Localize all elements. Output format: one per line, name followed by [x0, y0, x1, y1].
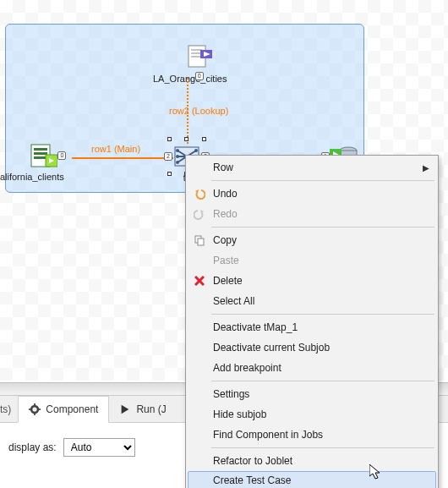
menu-copy[interactable]: Copy — [188, 230, 436, 250]
input-file-icon — [29, 141, 57, 170]
tab-label: Run (J — [136, 403, 166, 415]
node-label: California_clients — [0, 172, 64, 182]
context-menu: Row▶ Undo Redo Copy Paste Delete Select … — [185, 155, 439, 488]
display-as-label: display as: — [8, 441, 57, 453]
menu-select-all[interactable]: Select All — [188, 291, 436, 311]
node-la-orange-cities[interactable]: 0 LA_Orange_cities — [172, 43, 227, 84]
tab-run[interactable]: Run (J — [109, 396, 176, 423]
menu-deactivate-subjob[interactable]: Deactivate current Subjob — [188, 337, 436, 358]
menu-hide-subjob[interactable]: Hide subjob — [188, 404, 436, 425]
menu-deactivate-tmap[interactable]: Deactivate tMap_1 — [188, 317, 436, 337]
input-file-icon — [185, 43, 214, 72]
svg-point-28 — [33, 407, 37, 411]
svg-point-16 — [176, 149, 179, 152]
svg-rect-30 — [34, 413, 36, 415]
svg-point-18 — [176, 161, 179, 164]
menu-undo[interactable]: Undo — [188, 184, 436, 204]
edge-row2-label: row2 (Lookup) — [169, 106, 228, 116]
menu-row[interactable]: Row▶ — [188, 157, 436, 178]
menu-separator — [211, 447, 434, 448]
redo-icon — [193, 207, 206, 221]
menu-separator — [211, 227, 434, 228]
menu-settings[interactable]: Settings — [188, 384, 436, 404]
run-tab-icon — [119, 403, 131, 415]
node-label: LA_Orange_cities — [153, 74, 227, 84]
svg-rect-37 — [198, 239, 204, 245]
delete-icon — [193, 274, 206, 288]
submenu-arrow-icon: ▶ — [423, 163, 429, 173]
menu-delete[interactable]: Delete — [188, 271, 436, 291]
svg-rect-29 — [34, 403, 36, 406]
component-tab-icon — [29, 403, 41, 415]
menu-separator — [211, 381, 434, 381]
tab-truncated-left[interactable]: ts) — [0, 396, 18, 423]
menu-paste: Paste — [188, 250, 436, 271]
copy-icon — [193, 233, 206, 247]
svg-marker-33 — [122, 404, 129, 414]
display-as-select[interactable]: Auto — [63, 438, 135, 457]
menu-separator — [211, 314, 434, 315]
menu-find-component[interactable]: Find Component in Jobs — [188, 425, 436, 445]
menu-create-test-case[interactable]: Create Test Case — [188, 471, 436, 488]
svg-rect-1 — [34, 148, 47, 151]
edge-row1-label: row1 (Main) — [91, 144, 140, 154]
node-california-clients[interactable]: 0 California_clients — [23, 141, 64, 182]
menu-redo: Redo — [188, 204, 436, 224]
svg-point-19 — [194, 149, 198, 152]
menu-separator — [211, 180, 434, 181]
tab-label: Component — [46, 403, 98, 415]
svg-point-17 — [176, 155, 179, 158]
svg-rect-31 — [29, 408, 31, 410]
menu-add-breakpoint[interactable]: Add breakpoint — [188, 358, 436, 378]
svg-rect-32 — [39, 408, 41, 410]
menu-refactor-joblet[interactable]: Refactor to Joblet — [188, 451, 436, 471]
tab-component[interactable]: Component — [18, 396, 109, 423]
undo-icon — [193, 187, 206, 200]
